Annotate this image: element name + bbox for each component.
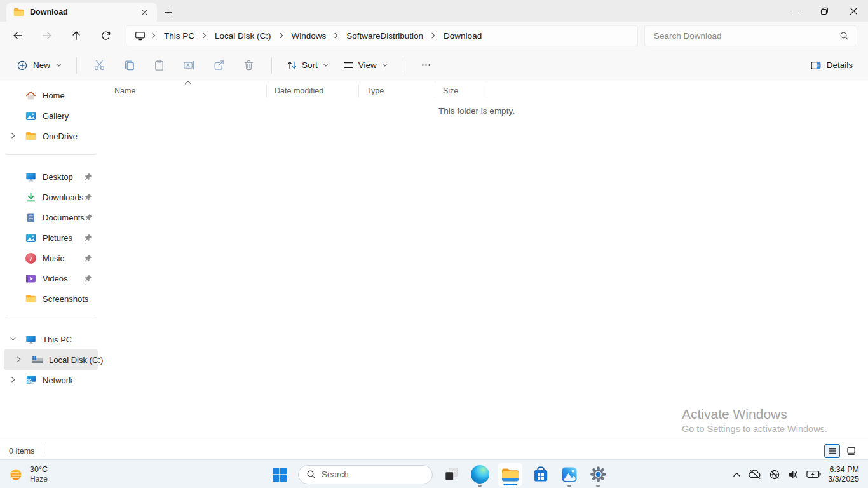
sidebar-item-videos[interactable]: Videos — [4, 268, 98, 288]
chevron-down-icon[interactable] — [10, 336, 17, 342]
music-icon: ♪ — [25, 252, 37, 264]
weather-widget[interactable]: 30°C Haze — [8, 460, 48, 488]
breadcrumb-windows[interactable]: Windows — [286, 28, 332, 44]
chevron-right-icon[interactable] — [10, 376, 17, 383]
taskbar-search-placeholder: Search — [322, 470, 349, 479]
cut-button[interactable] — [85, 54, 114, 77]
column-header-type[interactable]: Type — [359, 85, 435, 97]
downloads-icon — [25, 191, 37, 203]
breadcrumb-download[interactable]: Download — [438, 28, 487, 44]
tab-title: Download — [30, 8, 68, 17]
restore-button[interactable] — [810, 0, 839, 22]
navigation-pane: Home Gallery OneDrive — [0, 81, 102, 442]
copy-button[interactable] — [114, 54, 144, 77]
chevron-right-icon[interactable] — [15, 356, 22, 363]
status-divider — [43, 446, 43, 456]
start-button[interactable] — [269, 460, 290, 488]
paste-button[interactable] — [144, 54, 174, 77]
new-button[interactable]: New — [10, 56, 69, 75]
back-button[interactable] — [4, 25, 32, 46]
settings-button[interactable] — [588, 460, 608, 488]
delete-button[interactable] — [234, 54, 264, 77]
explorer-tab[interactable]: Download — [6, 3, 157, 22]
battery-charging-icon[interactable] — [806, 460, 821, 488]
onedrive-paused-icon[interactable] — [748, 460, 762, 488]
sort-button[interactable]: Sort — [280, 55, 336, 75]
share-button[interactable] — [204, 54, 234, 77]
new-tab-button[interactable] — [157, 3, 179, 22]
system-tray: 6:34 PM 3/3/2025 — [733, 460, 859, 488]
edge-browser-button[interactable] — [470, 460, 490, 488]
this-pc-small-icon[interactable] — [130, 30, 149, 41]
breadcrumb-chevron-icon — [200, 32, 209, 39]
breadcrumb-softwaredistribution[interactable]: SoftwareDistribution — [341, 28, 429, 44]
search-icon[interactable] — [839, 31, 849, 41]
toolbar-divider — [271, 57, 272, 74]
column-header-name[interactable]: Name — [107, 85, 267, 97]
network-icon — [25, 374, 37, 386]
chevron-right-icon[interactable] — [10, 132, 17, 139]
active-app-indicator — [504, 484, 517, 485]
sort-button-label: Sort — [302, 60, 318, 70]
sort-ascending-caret-icon — [184, 81, 192, 85]
close-button[interactable] — [839, 0, 868, 22]
up-button[interactable] — [62, 25, 90, 46]
address-bar[interactable]: This PC Local Disk (C:) Windows Software… — [126, 25, 638, 46]
sidebar-item-documents[interactable]: Documents — [4, 207, 98, 227]
refresh-button[interactable] — [92, 25, 119, 46]
no-internet-icon[interactable] — [769, 460, 780, 488]
rename-button[interactable] — [174, 54, 204, 77]
explorer-search-input[interactable] — [654, 31, 839, 41]
view-button-label: View — [358, 60, 377, 70]
column-header-date-modified[interactable]: Date modified — [267, 85, 359, 97]
windows-logo-icon — [272, 467, 287, 482]
large-thumbnails-view-button[interactable] — [843, 444, 859, 458]
toolbar-divider — [76, 57, 77, 74]
sidebar-item-this-pc[interactable]: This PC — [4, 329, 98, 349]
volume-icon[interactable] — [787, 460, 799, 488]
tab-close-button[interactable] — [137, 5, 152, 19]
details-pane-button[interactable]: Details — [805, 56, 858, 75]
forward-button[interactable] — [33, 25, 61, 46]
details-view-button[interactable] — [824, 444, 840, 458]
clock-time: 6:34 PM — [828, 465, 859, 475]
file-explorer-icon — [501, 466, 520, 483]
minimize-button[interactable] — [780, 0, 810, 22]
breadcrumb-this-pc[interactable]: This PC — [158, 28, 200, 44]
taskbar-clock[interactable]: 6:34 PM 3/3/2025 — [828, 465, 859, 484]
pictures-icon — [25, 232, 37, 244]
task-view-button[interactable] — [441, 460, 461, 488]
sidebar-item-local-disk-c[interactable]: Local Disk (C:) — [4, 349, 98, 370]
column-header-size[interactable]: Size — [435, 85, 487, 97]
edge-icon — [471, 465, 489, 484]
desktop-icon — [25, 171, 37, 183]
sidebar-item-home[interactable]: Home — [4, 85, 98, 105]
address-bar-row: This PC Local Disk (C:) Windows Software… — [0, 22, 868, 50]
sidebar-item-network[interactable]: Network — [4, 370, 98, 390]
view-toggles — [824, 444, 859, 458]
sidebar-item-gallery[interactable]: Gallery — [4, 105, 98, 126]
details-pane-label: Details — [827, 60, 853, 70]
view-button[interactable]: View — [336, 55, 395, 75]
onedrive-folder-icon — [25, 130, 37, 142]
more-options-icon — [421, 60, 431, 71]
tray-chevron-up-icon[interactable] — [733, 460, 741, 488]
sidebar-item-pictures[interactable]: Pictures — [4, 227, 98, 248]
file-explorer-button[interactable] — [498, 463, 522, 487]
more-options-button[interactable] — [411, 54, 441, 77]
gallery-icon — [25, 110, 37, 122]
sidebar-item-screenshots[interactable]: Screenshots — [4, 288, 98, 309]
photos-button[interactable] — [559, 460, 580, 488]
explorer-search-box[interactable] — [644, 25, 857, 46]
sidebar-item-desktop[interactable]: Desktop — [4, 166, 98, 187]
chevron-down-icon — [55, 62, 62, 69]
task-view-icon — [444, 466, 459, 482]
taskbar: 30°C Haze Search — [0, 459, 868, 488]
taskbar-search-box[interactable]: Search — [298, 465, 433, 484]
microsoft-store-button[interactable] — [531, 460, 551, 488]
sidebar-item-downloads[interactable]: Downloads — [4, 187, 98, 207]
photos-icon — [560, 466, 578, 484]
sidebar-item-onedrive[interactable]: OneDrive — [4, 126, 98, 146]
sidebar-item-music[interactable]: ♪ Music — [4, 248, 98, 268]
breadcrumb-local-disk[interactable]: Local Disk (C:) — [209, 28, 277, 44]
